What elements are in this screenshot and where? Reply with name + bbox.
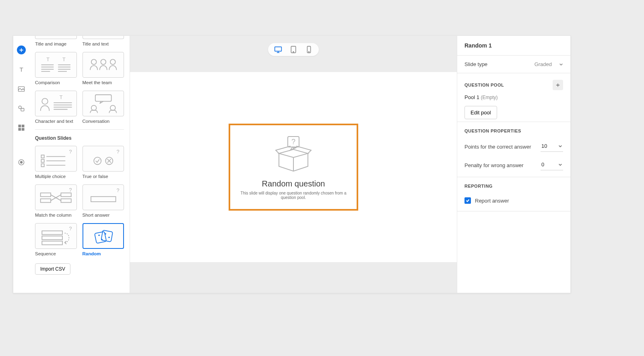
- image-tool-icon[interactable]: [17, 85, 25, 93]
- svg-rect-46: [61, 199, 71, 203]
- svg-point-56: [101, 239, 103, 240]
- tile-conversation[interactable]: Conversation: [83, 91, 124, 124]
- tile-label: Short answer: [83, 213, 124, 217]
- chevron-down-icon: [558, 144, 562, 148]
- reporting-heading: REPORTING: [464, 184, 493, 188]
- question-properties-section: QUESTION PROPERTIES Points for the corre…: [457, 122, 570, 177]
- left-rail: ＋ T: [13, 36, 29, 293]
- svg-text:?: ?: [69, 187, 72, 193]
- svg-rect-37: [41, 164, 44, 167]
- question-pool-heading: QUESTION POOL: [464, 83, 504, 87]
- device-preview-switch: [268, 43, 319, 56]
- svg-point-63: [293, 52, 294, 52]
- app-window: ＋ T Title and image Title and text: [13, 35, 571, 293]
- svg-rect-59: [275, 47, 282, 51]
- question-properties-heading: QUESTION PROPERTIES: [464, 128, 521, 133]
- tile-title-and-text[interactable]: Title and text: [83, 36, 124, 46]
- svg-text:?: ?: [116, 188, 119, 193]
- svg-point-55: [98, 234, 100, 236]
- tile-label: Title and text: [83, 41, 124, 46]
- chevron-down-icon: [559, 62, 563, 66]
- tile-meet-the-team[interactable]: Meet the team: [83, 52, 124, 85]
- device-mobile-icon[interactable]: [304, 45, 313, 54]
- slide-picker-panel: Title and image Title and text T T Compa…: [29, 36, 130, 293]
- points-value: 10: [541, 143, 547, 149]
- placeholder-title: Random question: [262, 179, 325, 188]
- svg-text:T: T: [46, 57, 50, 62]
- svg-rect-7: [22, 128, 25, 131]
- tile-label: Title and image: [35, 41, 77, 46]
- tile-label: Comparison: [35, 80, 77, 85]
- slide-type-value: Graded: [535, 61, 552, 67]
- tile-label: Match the column: [35, 213, 77, 217]
- properties-panel: Random 1 Slide type Graded QUESTION POOL…: [457, 36, 570, 293]
- penalty-select[interactable]: 0: [541, 160, 563, 170]
- tile-random[interactable]: Random: [83, 223, 124, 256]
- penalty-value: 0: [541, 161, 544, 168]
- slide-type-row: Slide type Graded: [457, 56, 570, 73]
- svg-rect-48: [91, 197, 116, 202]
- svg-text:?: ?: [291, 138, 295, 146]
- text-tool-icon[interactable]: T: [17, 66, 25, 74]
- svg-point-22: [110, 59, 115, 64]
- svg-rect-45: [41, 199, 51, 203]
- record-tool-icon[interactable]: [17, 158, 25, 166]
- points-select[interactable]: 10: [541, 141, 563, 152]
- slide-canvas[interactable]: ? Random question This slide will displa…: [130, 72, 457, 262]
- svg-rect-4: [19, 125, 21, 128]
- tile-label: Character and text: [35, 119, 77, 124]
- tile-short-answer[interactable]: ? Short answer: [83, 184, 124, 217]
- device-desktop-icon[interactable]: [274, 45, 283, 54]
- tile-comparison[interactable]: T T Comparison: [35, 52, 77, 85]
- import-csv-button[interactable]: Import CSV: [35, 263, 70, 275]
- tile-character-and-text[interactable]: T Character and text: [35, 91, 77, 124]
- svg-rect-44: [61, 193, 71, 197]
- add-pool-button[interactable]: ＋: [553, 80, 563, 90]
- pool-status: (Empty): [481, 95, 498, 100]
- reporting-section: REPORTING Report answer: [457, 177, 570, 211]
- slide-type-select[interactable]: Graded: [535, 61, 563, 67]
- canvas-area: ? Random question This slide will displa…: [130, 36, 457, 293]
- svg-rect-51: [42, 236, 62, 240]
- svg-text:?: ?: [116, 149, 119, 155]
- tile-sequence[interactable]: ? Sequence: [35, 223, 77, 256]
- edit-pool-button[interactable]: Edit pool: [464, 106, 497, 119]
- svg-point-23: [42, 98, 48, 104]
- device-tablet-icon[interactable]: [289, 45, 298, 54]
- random-question-box-icon: ?: [273, 135, 314, 174]
- shapes-tool-icon[interactable]: [17, 104, 25, 112]
- question-slides-heading: Question Slides: [35, 135, 124, 141]
- tile-multiple-choice[interactable]: ? Multiple choice: [35, 146, 77, 179]
- pool-name: Pool 1: [464, 94, 479, 100]
- tile-title-and-image[interactable]: Title and image: [35, 36, 77, 46]
- svg-rect-43: [41, 193, 51, 197]
- pool-entry: Pool 1 (Empty): [464, 94, 563, 100]
- properties-title: Random 1: [457, 36, 570, 56]
- svg-rect-52: [42, 241, 62, 245]
- add-slide-button[interactable]: ＋: [17, 46, 26, 54]
- widgets-tool-icon[interactable]: [17, 124, 25, 132]
- report-answer-checkbox[interactable]: [464, 197, 471, 204]
- svg-rect-5: [22, 125, 25, 128]
- svg-rect-54: [101, 230, 113, 242]
- tile-label: Sequence: [35, 251, 77, 256]
- tile-match-the-column[interactable]: ? Match the column: [35, 184, 77, 217]
- slide-type-label: Slide type: [464, 61, 487, 67]
- chevron-down-icon: [558, 163, 562, 167]
- tile-label: Random: [83, 251, 124, 256]
- placeholder-subtitle: This slide will display one question ran…: [238, 191, 349, 200]
- divider: [35, 129, 124, 130]
- tile-label: Multiple choice: [35, 174, 77, 179]
- svg-text:T: T: [62, 57, 66, 62]
- report-answer-row[interactable]: Report answer: [464, 192, 563, 209]
- tile-label: True or false: [83, 174, 124, 179]
- tile-label: Conversation: [83, 119, 124, 124]
- svg-rect-3: [21, 108, 24, 111]
- svg-point-40: [94, 157, 101, 164]
- svg-point-9: [21, 161, 23, 164]
- report-answer-label: Report answer: [475, 198, 509, 204]
- svg-point-30: [91, 106, 96, 111]
- tile-true-or-false[interactable]: ? True or false: [83, 146, 124, 179]
- penalty-label: Penalty for wrong answer: [464, 162, 524, 168]
- svg-rect-50: [42, 231, 62, 234]
